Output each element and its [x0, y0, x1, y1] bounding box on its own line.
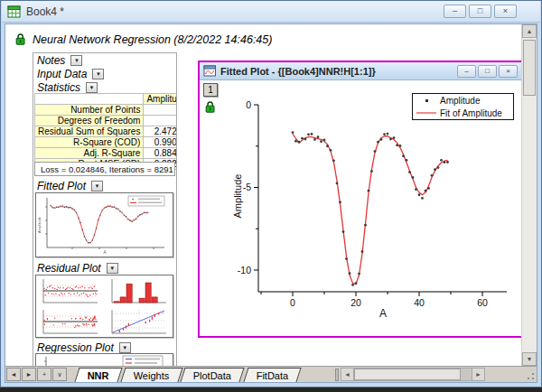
- sheet-tab-bar: ◄ ► + ∨ NNR Weights PlotData FitData ◄ ►: [5, 366, 537, 382]
- tab-plotdata[interactable]: PlotData: [181, 368, 245, 382]
- row-value: 0.99058: [144, 137, 177, 148]
- legend-label: Amplitude: [440, 96, 480, 106]
- workbook-icon: [7, 5, 22, 18]
- row-value: 50: [144, 105, 177, 116]
- residual-plot-dropdown-icon[interactable]: ▼: [107, 263, 118, 274]
- section-regression-plot: Regression Plot ▼: [33, 341, 176, 354]
- tab-list-icon[interactable]: ∨: [52, 368, 67, 381]
- statistics-table: Amplitude Number of Points 50 Degrees of…: [34, 93, 177, 170]
- section-input-data: Input Data ▼: [33, 67, 176, 80]
- table-row: Number of Points 50: [35, 105, 178, 116]
- svg-text:60: 60: [477, 297, 488, 308]
- graph-icon: [203, 65, 217, 77]
- tab-weights[interactable]: Weights: [120, 368, 182, 382]
- fitted-plot-label: Fitted Plot: [37, 180, 86, 192]
- scroll-up-icon[interactable]: ▲: [522, 24, 537, 38]
- svg-text:-5: -5: [243, 182, 251, 192]
- graph-titlebar[interactable]: Fitted Plot - {[Book4]NNR!H[1:1]} – □ ×: [200, 62, 521, 80]
- row-label: Number of Points: [35, 105, 144, 116]
- tab-add-sheet-icon[interactable]: +: [37, 368, 51, 381]
- residual-plot-thumb-chart[interactable]: [36, 275, 173, 337]
- section-statistics: Statistics ▼: [33, 80, 176, 94]
- section-notes: Notes ▼: [33, 53, 176, 67]
- loss-footnote: Loss = 0.024846, Iterations = 8291: [34, 162, 175, 176]
- fitted-plot-window: Fitted Plot - {[Book4]NNR!H[1:1]} – □ × …: [198, 61, 523, 338]
- legend-label: Fit of Amplitude: [440, 108, 502, 118]
- x-axis-label: A: [342, 307, 424, 320]
- row-label: R-Square (COD): [35, 137, 144, 148]
- input-data-label: Input Data: [37, 68, 87, 80]
- svg-text:-10: -10: [238, 265, 251, 275]
- report-lock-icon[interactable]: [14, 33, 26, 49]
- tab-nav-prev-icon[interactable]: ◄: [6, 368, 21, 381]
- close-icon[interactable]: ×: [494, 5, 517, 18]
- graph-minimize-icon[interactable]: –: [457, 65, 476, 78]
- table-row: Residual Sum of Squares 2.47248: [35, 126, 178, 137]
- vertical-scrollbar[interactable]: ▲ ▼: [521, 24, 537, 366]
- maximize-icon[interactable]: □: [469, 5, 491, 18]
- fitted-plot-thumbnail[interactable]: AmplitudeA: [35, 192, 173, 257]
- legend-entry: Amplitude: [413, 94, 513, 107]
- table-column-header: Amplitude: [144, 94, 177, 105]
- row-value: 2.47248: [144, 126, 177, 137]
- section-fitted-plot: Fitted Plot ▼: [33, 179, 176, 192]
- report-title: Neural Network Regression (8/2/2022 14:4…: [33, 33, 272, 46]
- residual-plot-thumbnail[interactable]: [35, 275, 173, 338]
- notes-dropdown-icon[interactable]: ▼: [70, 55, 82, 66]
- scroll-left-icon[interactable]: ◄: [341, 369, 354, 380]
- table-row: Adj. R-Square 0.88465: [35, 148, 178, 159]
- book-titlebar[interactable]: Book4 * – □ ×: [2, 1, 540, 23]
- svg-text:A: A: [103, 250, 106, 255]
- regression-plot-label: Regression Plot: [37, 341, 114, 354]
- fitted-plot-dropdown-icon[interactable]: ▼: [91, 181, 103, 191]
- book-window: Book4 * – □ × Neural Network Regression …: [0, 0, 542, 387]
- svg-text:0: 0: [246, 99, 251, 110]
- plot-legend[interactable]: Amplitude Fit of Amplitude: [412, 93, 514, 120]
- input-data-dropdown-icon[interactable]: ▼: [92, 69, 104, 79]
- statistics-dropdown-icon[interactable]: ▼: [86, 82, 98, 93]
- tab-nnr[interactable]: NNR: [74, 368, 122, 382]
- window-title: Book4 *: [26, 5, 64, 18]
- tab-fitdata[interactable]: FitData: [243, 368, 302, 382]
- sheet-content: Neural Network Regression (8/2/2022 14:4…: [5, 23, 537, 383]
- tab-nav-next-icon[interactable]: ►: [22, 368, 36, 381]
- graph-close-icon[interactable]: ×: [499, 65, 518, 78]
- section-residual-plot: Residual Plot ▼: [33, 261, 176, 275]
- graph-canvas[interactable]: 1 02040600-5-10 Amplitude A Amplitude: [200, 80, 521, 336]
- table-row: R-Square (COD) 0.99058: [35, 137, 178, 148]
- scroll-down-icon[interactable]: ▼: [522, 352, 537, 366]
- layer-1-button[interactable]: 1: [203, 83, 218, 97]
- row-label: Residual Sum of Squares: [35, 126, 144, 137]
- minimize-icon[interactable]: –: [444, 5, 466, 18]
- notes-label: Notes: [37, 54, 65, 67]
- regression-plot-dropdown-icon[interactable]: ▼: [119, 342, 131, 353]
- table-corner-cell: [35, 94, 144, 105]
- y-axis-label: Amplitude: [232, 160, 243, 232]
- row-value: 4: [144, 116, 177, 126]
- fitted-plot-thumb-chart[interactable]: AmplitudeA: [36, 193, 173, 257]
- horizontal-scrollbar[interactable]: ◄ ►: [341, 368, 485, 381]
- legend-entry: Fit of Amplitude: [413, 107, 513, 119]
- table-row: Degrees of Freedom 4: [35, 116, 178, 126]
- scatter-symbol: [413, 99, 440, 102]
- graph-lock-icon[interactable]: [204, 100, 216, 117]
- pane-splitter[interactable]: [335, 369, 339, 381]
- line-symbol: [413, 112, 440, 114]
- residual-plot-label: Residual Plot: [37, 262, 101, 275]
- svg-text:0: 0: [290, 297, 295, 308]
- row-label: Adj. R-Square: [35, 148, 144, 159]
- row-label: Degrees of Freedom: [35, 116, 144, 126]
- scroll-right-icon[interactable]: ►: [472, 369, 484, 380]
- graph-window-title: Fitted Plot - {[Book4]NNR!H[1:1]}: [220, 66, 376, 77]
- graph-maximize-icon[interactable]: □: [478, 65, 497, 78]
- report-column: Notes ▼ Input Data ▼ Statistics ▼ Amplit…: [33, 52, 177, 369]
- resize-grip[interactable]: [523, 369, 536, 381]
- vertical-scroll-thumb[interactable]: [523, 40, 536, 96]
- sheet-tabs: NNR Weights PlotData FitData: [74, 368, 299, 382]
- horizontal-scroll-thumb[interactable]: [354, 369, 461, 380]
- row-value: 0.88465: [144, 148, 177, 159]
- svg-text:Amplitude: Amplitude: [37, 216, 42, 233]
- statistics-label: Statistics: [37, 81, 80, 94]
